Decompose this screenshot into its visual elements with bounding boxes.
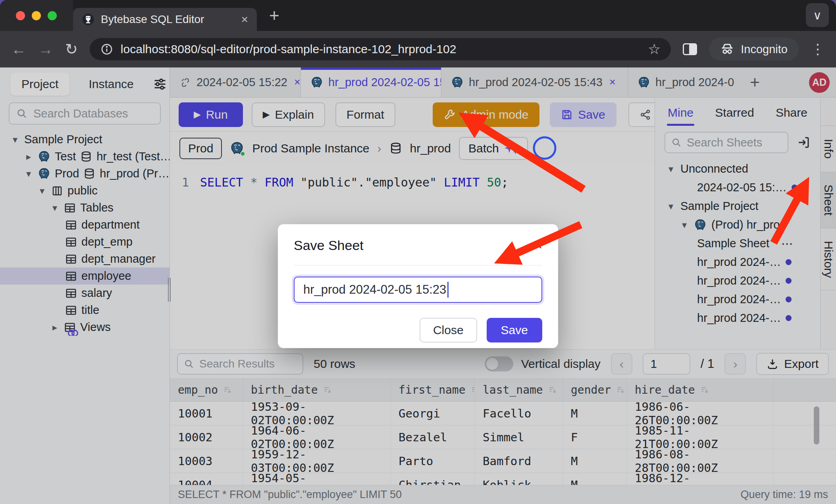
url-bar[interactable]: localhost:8080/sql-editor/prod-sample-in… [90, 38, 671, 60]
sheet-tab-2-active[interactable]: hr_prod 2024-02-05 15:23 [301, 67, 441, 97]
sort-icon[interactable] [470, 385, 475, 395]
sort-icon[interactable] [223, 385, 233, 395]
sheet-item[interactable]: hr_prod 2024-… [655, 253, 820, 271]
tree-item-table-dept-manager[interactable]: dept_manager [0, 250, 170, 267]
rail-tab-sheet[interactable]: Sheet [821, 172, 836, 229]
close-sheet-tab-icon[interactable]: × [294, 76, 300, 88]
prev-page-button[interactable]: ‹ [611, 353, 632, 375]
url-text[interactable]: localhost:8080/sql-editor/prod-sample-in… [121, 42, 641, 56]
close-modal-icon[interactable]: × [534, 238, 542, 253]
batch-button[interactable]: Batch [459, 137, 528, 160]
caret-down-icon[interactable]: ▾ [50, 202, 60, 214]
tab-project[interactable]: Project [10, 73, 69, 96]
caret-down-icon[interactable]: ▾ [680, 219, 689, 231]
sheet-group-project[interactable]: ▾ Sample Project [655, 197, 820, 215]
browser-tab[interactable]: Bytebase SQL Editor × [73, 8, 257, 31]
close-window-button[interactable] [16, 11, 25, 20]
sheet-tab-4[interactable]: hr_prod 2024-0 [628, 67, 744, 97]
database-name[interactable]: hr_prod [410, 142, 451, 155]
bookmark-star-icon[interactable]: ☆ [648, 41, 661, 58]
table-row[interactable]: 100021964-06-02T00:00:00ZBezalelSimmelF1… [170, 425, 836, 449]
results-search[interactable] [177, 353, 303, 375]
page-number-input[interactable] [643, 353, 690, 375]
new-tab-button[interactable]: + [269, 6, 279, 25]
sheet-search-input[interactable] [687, 136, 782, 149]
tree-item-prod-db[interactable]: ▾ Prod hr_prod (Pr… [0, 165, 170, 182]
sheet-group-unconnected[interactable]: ▾ Unconnected [655, 160, 820, 178]
tree-item-project[interactable]: ▾ Sample Project [0, 131, 170, 148]
next-page-button[interactable]: › [724, 353, 746, 375]
save-button[interactable]: Save [550, 102, 616, 127]
sheet-item[interactable]: 2024-02-05 15:… [655, 178, 820, 197]
tree-item-table-title[interactable]: title [0, 302, 170, 319]
caret-down-icon[interactable]: ▾ [10, 134, 20, 145]
sort-icon[interactable] [548, 385, 558, 395]
user-avatar[interactable]: AD [809, 72, 830, 93]
database-search[interactable] [9, 102, 161, 125]
caret-down-icon[interactable]: ▾ [37, 185, 47, 196]
tree-item-table-salary[interactable]: salary [0, 285, 170, 302]
table-scrollbar[interactable] [814, 406, 819, 444]
sheet-item[interactable]: hr_prod 2024-… [655, 290, 820, 309]
vertical-display-toggle[interactable] [485, 356, 513, 371]
table-row[interactable]: 100011953-09-02T00:00:00ZGeorgiFacelloM1… [170, 402, 836, 425]
tree-item-tables-group[interactable]: ▾ Tables [0, 199, 170, 216]
sheet-search[interactable] [665, 132, 788, 153]
sheet-item[interactable]: hr_prod 2024-… [655, 309, 820, 327]
minimize-window-button[interactable] [32, 11, 41, 20]
tree-item-schema-public[interactable]: ▾ public [0, 182, 170, 199]
tree-item-table-department[interactable]: department [0, 216, 170, 233]
rail-tab-info[interactable]: Info [821, 125, 836, 172]
more-options-icon[interactable]: ⋯ [781, 237, 794, 250]
column-header[interactable]: gender [563, 379, 627, 401]
column-header[interactable]: emp_no [170, 379, 243, 401]
reload-icon[interactable]: ↻ [65, 40, 78, 58]
results-table[interactable]: emp_no birth_date first_name last_name g… [170, 378, 836, 485]
column-header[interactable]: first_name [391, 379, 475, 401]
side-panel-icon[interactable] [683, 43, 697, 55]
format-button[interactable]: Format [335, 102, 395, 127]
zoom-window-button[interactable] [48, 11, 57, 20]
tab-search-button[interactable]: ∨ [806, 3, 829, 27]
sheet-title-input[interactable]: hr_prod 2024-02-05 15:23 [294, 277, 542, 303]
table-row[interactable]: 100041954-05-01T00:00:00ZChirstianKoblic… [170, 473, 836, 485]
site-info-icon[interactable] [100, 42, 114, 56]
admin-mode-button[interactable]: Admin mode [433, 102, 539, 127]
add-sheet-tab-button[interactable]: + [744, 67, 766, 97]
caret-down-icon[interactable]: ▾ [24, 168, 33, 179]
explain-button[interactable]: ▶ Explain [252, 102, 325, 127]
sort-icon[interactable] [323, 385, 333, 395]
modal-save-button[interactable]: Save [487, 318, 542, 342]
sidebar-resize-handle[interactable] [168, 278, 171, 302]
column-header[interactable]: birth_date [243, 379, 391, 401]
tree-item-table-employee[interactable]: employee [0, 267, 170, 285]
sheet-item[interactable]: hr_prod 2024-… [655, 271, 820, 290]
environment-chip[interactable]: Prod [179, 138, 222, 159]
forward-icon[interactable]: → [38, 41, 53, 58]
run-button[interactable]: ▶ Run [179, 102, 243, 127]
rail-tab-history[interactable]: History [821, 229, 836, 290]
instance-name[interactable]: Prod Sample Instance [252, 142, 369, 155]
filter-sliders-icon[interactable] [153, 77, 167, 91]
close-tab-icon[interactable]: × [241, 13, 248, 26]
sheet-group-connection[interactable]: ▾ (Prod) hr_prod [655, 215, 820, 234]
sheet-tab-3[interactable]: hr_prod 2024-02-05 15:43 × [441, 67, 628, 97]
tree-item-table-dept-emp[interactable]: dept_emp [0, 233, 170, 250]
column-header[interactable]: hire_date [627, 379, 774, 401]
tree-item-views-group[interactable]: ▸ Views [0, 319, 170, 336]
table-row[interactable]: 100031959-12-03T00:00:00ZPartoBamfordM19… [170, 449, 836, 473]
caret-down-icon[interactable]: ▾ [666, 164, 676, 175]
export-button[interactable]: Export [756, 353, 829, 375]
back-icon[interactable]: ← [11, 41, 26, 58]
tab-share[interactable]: Share [776, 106, 807, 119]
close-sheet-tab-icon[interactable]: × [609, 76, 616, 88]
tab-mine[interactable]: Mine [668, 106, 693, 119]
sort-icon[interactable] [616, 385, 626, 395]
caret-right-icon[interactable]: ▸ [50, 322, 60, 333]
caret-down-icon[interactable]: ▾ [666, 201, 676, 212]
modal-close-button[interactable]: Close [420, 318, 477, 342]
column-header[interactable]: last_name [475, 379, 563, 401]
tree-item-test-db[interactable]: ▸ Test hr_test (Test… [0, 148, 170, 165]
caret-right-icon[interactable]: ▸ [24, 151, 33, 162]
sheet-item-sample[interactable]: Sample Sheet ⋯ [655, 234, 820, 253]
